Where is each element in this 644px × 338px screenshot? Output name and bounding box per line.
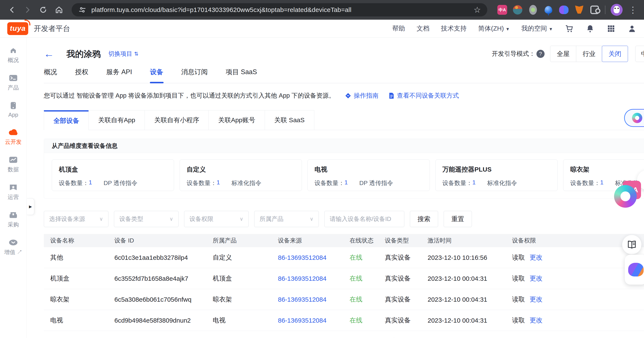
- help-link[interactable]: 帮助: [392, 24, 405, 33]
- tab-linked-app-account[interactable]: 关联App账号: [208, 110, 265, 130]
- support-link[interactable]: 技术支持: [441, 24, 466, 33]
- site-settings-icon[interactable]: [78, 5, 86, 14]
- sidebar-item-overview[interactable]: 概况: [8, 46, 19, 64]
- device-id: 6cd9b4984e58f3809dnun2: [114, 317, 213, 324]
- browser-back-icon[interactable]: [6, 4, 18, 16]
- guide-mode-label: 开发引导模式：: [492, 49, 535, 58]
- account-person-icon[interactable]: [627, 24, 637, 33]
- device-permission-select[interactable]: 设备权限∨: [184, 211, 249, 227]
- puzzle-extensions-icon[interactable]: [590, 5, 600, 15]
- relation-methods-link[interactable]: 查看不同设备关联方式: [388, 91, 459, 100]
- reset-button[interactable]: 重置: [444, 211, 472, 227]
- device-source-link[interactable]: 86-13693512084: [278, 296, 350, 303]
- language-menu[interactable]: 简体(ZH)▼: [478, 24, 510, 33]
- toolbar-divider: [605, 5, 606, 14]
- perm-change-link[interactable]: 更改: [530, 316, 542, 325]
- tab-devices[interactable]: 设备: [150, 67, 163, 83]
- docs-link[interactable]: 文档: [416, 24, 429, 33]
- device-count[interactable]: 1: [472, 179, 476, 187]
- operation-guide-link[interactable]: 操作指南: [345, 91, 379, 100]
- guide-icon: [345, 92, 351, 99]
- browser-forward-icon[interactable]: [22, 4, 33, 16]
- table-row: 其他 6c01c3e1aa1ebb3278ilp4 自定义 86-1369351…: [44, 247, 644, 268]
- device-source-link[interactable]: 86-13693512084: [278, 317, 350, 324]
- device-search-input[interactable]: [324, 211, 404, 227]
- device-type: 真实设备: [385, 316, 428, 325]
- device-source-select[interactable]: 选择设备来源∨: [44, 211, 108, 227]
- datacenter-select[interactable]: 中国数据中心 ∨: [635, 46, 644, 62]
- device-source-link[interactable]: 86-13693512084: [278, 254, 350, 261]
- search-button[interactable]: 搜索: [410, 211, 438, 227]
- sidebar-item-cloud-dev[interactable]: 云开发: [5, 128, 22, 146]
- device-type-select[interactable]: 设备类型∨: [114, 211, 178, 227]
- sidebar-item-data[interactable]: 数据: [8, 156, 19, 173]
- salad-extension-icon[interactable]: [512, 5, 523, 15]
- perm-change-link[interactable]: 更改: [530, 295, 542, 304]
- cart-icon[interactable]: [564, 24, 574, 33]
- oval-extension-icon[interactable]: [528, 5, 538, 15]
- back-button[interactable]: ←: [44, 49, 54, 59]
- sidebar-item-operations[interactable]: 运营: [8, 183, 19, 201]
- device-count[interactable]: 1: [600, 179, 604, 187]
- caret-down-icon: ▼: [549, 27, 553, 31]
- tab-overview[interactable]: 概况: [44, 67, 57, 83]
- tab-linked-saas[interactable]: 关联 SaaS: [265, 110, 314, 130]
- device-count[interactable]: 1: [89, 179, 92, 187]
- perm-change-link[interactable]: 更改: [530, 274, 542, 283]
- tab-linked-miniprogram[interactable]: 关联自有小程序: [144, 110, 209, 130]
- tab-message-subscription[interactable]: 消息订阅: [181, 67, 208, 83]
- brain-extension-icon[interactable]: [559, 5, 569, 15]
- product-card[interactable]: 自定义 设备数量：1标准化指令: [180, 159, 302, 191]
- perm-change-link[interactable]: 更改: [530, 253, 542, 262]
- tab-authorization[interactable]: 授权: [75, 67, 88, 83]
- sidebar-item-vas[interactable]: 增值 ↗: [4, 238, 22, 256]
- sidebar-item-purchase[interactable]: 采购: [8, 211, 19, 228]
- product-panel: 从产品维度查看设备信息 ∨ 机顶盒 设备数量：1DP 透传指令 自定义 设备数量…: [44, 139, 644, 199]
- balloon-extension-icon[interactable]: [543, 5, 554, 15]
- translate-extension-icon[interactable]: 中A: [497, 5, 507, 15]
- sidebar-item-product[interactable]: 产品: [8, 74, 19, 91]
- floating-ai-button[interactable]: [625, 255, 644, 285]
- browser-menu-icon[interactable]: ⋮: [628, 5, 638, 15]
- url-text[interactable]: platform.tuya.com/cloud/basic?id=p170143…: [91, 6, 469, 13]
- my-space-menu[interactable]: 我的空间▼: [521, 24, 553, 33]
- panel-title: 从产品维度查看设备信息: [52, 142, 118, 150]
- terminal-icon: [8, 74, 18, 82]
- product-panel-header[interactable]: 从产品维度查看设备信息 ∨: [44, 139, 644, 153]
- project-tabs: 概况 授权 服务 API 设备 消息订阅 项目 SaaS: [44, 67, 644, 83]
- help-icon[interactable]: ?: [536, 50, 544, 58]
- browser-reload-icon[interactable]: [38, 4, 49, 16]
- floating-assistant-ball[interactable]: [614, 185, 637, 208]
- phone-icon: [8, 101, 18, 110]
- product-card[interactable]: 万能遥控器PLUS 设备数量：1标准化指令: [435, 159, 558, 191]
- sidebar-item-app[interactable]: App: [8, 101, 18, 118]
- sidebar-expander[interactable]: ▶: [27, 198, 34, 215]
- product-card[interactable]: 机顶盒 设备数量：1DP 透传指令: [52, 159, 174, 191]
- metamask-extension-icon[interactable]: [574, 5, 584, 15]
- online-status: 在线: [350, 295, 385, 304]
- bookmark-star-icon[interactable]: ☆: [474, 5, 481, 14]
- tab-linked-own-app[interactable]: 关联自有App: [88, 110, 145, 130]
- tuya-logo[interactable]: tuya: [7, 22, 28, 35]
- device-count[interactable]: 1: [344, 179, 348, 187]
- chart-icon: [8, 156, 18, 164]
- floating-docs-button[interactable]: [622, 235, 642, 254]
- device-control-assistant-button[interactable]: 设备控制助手: [624, 109, 644, 127]
- tab-project-saas[interactable]: 项目 SaaS: [226, 67, 257, 83]
- apps-grid-icon[interactable]: [606, 24, 616, 33]
- switch-project-link[interactable]: 切换项目 ⇅: [108, 50, 138, 58]
- perm-change-link[interactable]: 更改: [530, 337, 542, 338]
- address-bar[interactable]: platform.tuya.com/cloud/basic?id=p170143…: [72, 3, 487, 16]
- browser-home-icon[interactable]: [53, 4, 65, 16]
- product-card[interactable]: 电视 设备数量：1DP 透传指令: [308, 159, 430, 191]
- tab-all-devices[interactable]: 全部设备: [44, 110, 89, 130]
- mode-off-button[interactable]: 关闭: [602, 46, 628, 62]
- mode-industry-button[interactable]: 行业: [576, 46, 602, 62]
- notifications-bell-icon[interactable]: [586, 24, 595, 33]
- product-select[interactable]: 所属产品∨: [254, 211, 319, 227]
- device-source-link[interactable]: 86-13693512084: [278, 275, 350, 282]
- mode-whole-house-button[interactable]: 全屋: [550, 46, 576, 62]
- tab-service-api[interactable]: 服务 API: [106, 67, 132, 83]
- device-count[interactable]: 1: [216, 179, 220, 187]
- profile-avatar[interactable]: [611, 4, 622, 16]
